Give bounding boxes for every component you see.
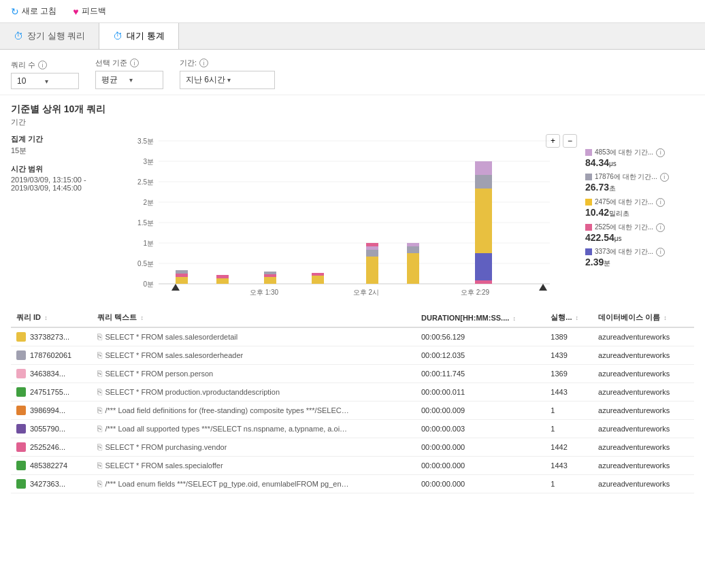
svg-text:0분: 0분 (143, 280, 154, 288)
svg-text:오후 1:30: 오후 1:30 (250, 289, 279, 296)
cell-query-id-8: 3427363... (11, 475, 92, 493)
legend-value-3373: 2.39분 (585, 257, 694, 268)
sort-executions-icon[interactable]: ↕ (576, 314, 579, 321)
query-color-1 (16, 350, 26, 360)
table-row: 1787602061 ⎘ SELECT * FROM sales.salesor… (11, 346, 694, 365)
chart-svg: 3.5분 3분 2.5분 2분 1.5분 1분 0.5분 0분 (128, 134, 577, 297)
svg-marker-41 (171, 284, 180, 291)
query-count-info-icon[interactable]: i (38, 61, 47, 69)
selection-select[interactable]: 평균 ▾ (95, 71, 163, 89)
cell-query-id-0: 33738273... (11, 327, 92, 346)
zoom-controls: + − (546, 134, 577, 148)
legend-info-3373[interactable]: i (656, 248, 665, 257)
period-value: 지난 6시간 (186, 74, 227, 86)
cell-query-id-5: 3055790... (11, 420, 92, 438)
refresh-icon: ↻ (11, 6, 19, 17)
copy-icon-6[interactable]: ⎘ (97, 442, 102, 452)
svg-rect-17 (176, 274, 188, 277)
svg-rect-37 (475, 280, 492, 284)
cell-db-3: azureadventureworks (593, 383, 694, 402)
table-row: 3055790... ⎘ /*** Load all supported typ… (11, 420, 694, 438)
cell-query-id-1: 1787602061 (11, 346, 92, 365)
period-group: 기간: i 지난 6시간 ▾ (180, 58, 275, 89)
zoom-out-button[interactable]: − (563, 134, 577, 148)
legend-value-2475: 10.42밀리초 (585, 207, 694, 218)
cell-duration-5: 00:00:00.003 (416, 420, 545, 438)
svg-text:오후 2시: 오후 2시 (353, 289, 379, 296)
query-id-value-1: 1787602061 (30, 351, 71, 359)
legend-info-17876[interactable]: i (660, 173, 669, 182)
cell-duration-6: 00:00:00.000 (416, 438, 545, 457)
col-duration: DURATION[HH:MM:SS.... ↕ (416, 308, 545, 327)
feedback-label: 피드백 (82, 5, 106, 17)
svg-text:0.5분: 0.5분 (137, 260, 154, 267)
copy-icon-1[interactable]: ⎘ (97, 350, 102, 360)
svg-rect-24 (312, 276, 324, 284)
query-id-value-8: 3427363... (30, 480, 65, 488)
cell-query-id-4: 3986994... (11, 402, 92, 420)
time-range-value: 2019/03/09, 13:15:00 - 2019/03/09, 14:45… (11, 176, 120, 192)
col-executions: 실행... ↕ (545, 308, 593, 327)
svg-rect-36 (475, 253, 492, 280)
query-count-select[interactable]: 10 ▾ (11, 73, 79, 89)
legend-info-2525[interactable]: i (656, 223, 665, 232)
cell-query-text-6: ⎘ SELECT * FROM purchasing.vendor (92, 438, 416, 457)
period-select[interactable]: 지난 6시간 ▾ (180, 71, 275, 89)
copy-icon-4[interactable]: ⎘ (97, 406, 102, 415)
cell-query-text-3: ⎘ SELECT * FROM production.vproductandde… (92, 383, 416, 402)
query-color-4 (16, 406, 26, 415)
legend-value-4853: 84.34μs (585, 157, 694, 168)
sort-db-icon[interactable]: ↕ (663, 314, 667, 321)
col-query-text: 쿼리 텍스트 ↕ (92, 308, 416, 327)
cell-query-text-0: ⎘ SELECT * FROM sales.salesorderdetail (92, 327, 416, 346)
legend-label-4853: 4853에 대한 기간... (595, 148, 653, 157)
svg-text:3분: 3분 (143, 158, 154, 165)
cell-query-id-6: 2525246... (11, 438, 92, 457)
main-content: 기준별 상위 10개 쿼리 기간 집계 기간 15분 시간 범위 2019/03… (0, 95, 705, 502)
copy-icon-5[interactable]: ⎘ (97, 424, 102, 434)
time-range-label: 시간 범위 (11, 164, 120, 174)
tab-wait-stats[interactable]: ⏱ 대기 통계 (99, 23, 179, 49)
sort-duration-icon[interactable]: ↕ (512, 315, 516, 322)
chart-legend: 4853에 대한 기간... i 84.34μs 17876에 대한 기간...… (585, 134, 694, 297)
svg-rect-35 (475, 161, 492, 175)
tab-long-running[interactable]: ⏱ 장기 실행 쿼리 (0, 23, 99, 49)
copy-icon-2[interactable]: ⎘ (97, 369, 102, 378)
period-label: 기간: (180, 58, 197, 68)
cell-executions-2: 1369 (545, 365, 593, 383)
refresh-button[interactable]: ↻ 새로 고침 (8, 4, 59, 18)
copy-icon-7[interactable]: ⎘ (97, 461, 102, 470)
zoom-in-button[interactable]: + (546, 134, 560, 148)
copy-icon-8[interactable]: ⎘ (97, 479, 102, 489)
cell-executions-3: 1443 (545, 383, 593, 402)
feedback-button[interactable]: ♥ 피드백 (70, 4, 108, 18)
legend-label-17876: 17876에 대한 기간... (595, 172, 657, 182)
cell-query-text-4: ⎘ /*** Load field definitions for (free-… (92, 402, 416, 420)
query-color-3 (16, 387, 26, 397)
chart-left-panel: 집계 기간 15분 시간 범위 2019/03/09, 13:15:00 - 2… (11, 134, 120, 297)
legend-info-2475[interactable]: i (656, 198, 665, 207)
period-info-icon[interactable]: i (199, 59, 208, 67)
query-id-value-5: 3055790... (30, 425, 65, 433)
selection-info-icon[interactable]: i (130, 59, 139, 67)
svg-rect-26 (366, 257, 378, 284)
copy-icon-0[interactable]: ⎘ (97, 332, 102, 342)
sort-query-id-icon[interactable]: ↕ (44, 314, 48, 321)
svg-rect-16 (176, 277, 188, 284)
refresh-label: 새로 고침 (22, 5, 56, 17)
legend-color-17876 (585, 174, 592, 180)
cell-executions-7: 1443 (545, 457, 593, 475)
sort-query-text-icon[interactable]: ↕ (141, 314, 144, 321)
query-color-6 (16, 442, 26, 452)
table-row: 2525246... ⎘ SELECT * FROM purchasing.ve… (11, 438, 694, 457)
tab-long-running-icon: ⏱ (14, 31, 23, 42)
cell-query-text-5: ⎘ /*** Load all supported types ***/SELE… (92, 420, 416, 438)
cell-query-text-1: ⎘ SELECT * FROM sales.salesorderheader (92, 346, 416, 365)
legend-label-2525: 2525에 대한 기간... (595, 223, 653, 232)
legend-info-4853[interactable]: i (656, 148, 665, 157)
legend-item-3373: 3373에 대한 기간... i 2.39분 (585, 247, 694, 268)
tab-bar: ⏱ 장기 실행 쿼리 ⏱ 대기 통계 (0, 23, 705, 50)
query-count-value: 10 (17, 76, 45, 86)
copy-icon-3[interactable]: ⎘ (97, 387, 102, 397)
query-color-0 (16, 332, 26, 342)
